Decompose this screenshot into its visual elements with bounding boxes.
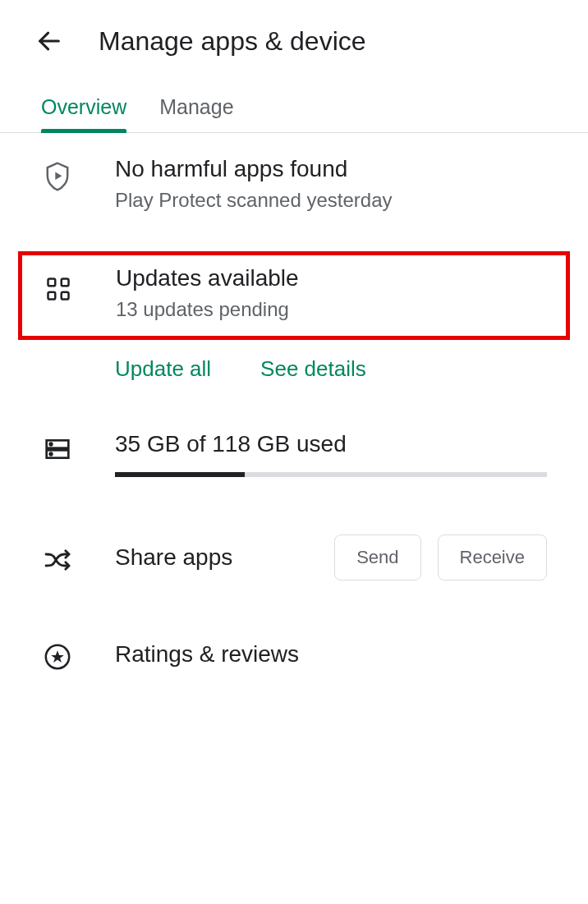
updates-title: Updates available xyxy=(116,265,546,291)
updates-row-highlight: Updates available 13 updates pending xyxy=(18,251,570,340)
updates-subtitle: 13 updates pending xyxy=(116,298,546,321)
star-circle-icon xyxy=(44,643,71,671)
apps-grid-icon xyxy=(46,277,71,301)
updates-actions: Update all See details xyxy=(0,348,588,398)
storage-progress-fill xyxy=(115,472,245,477)
updates-row[interactable]: Updates available 13 updates pending xyxy=(116,265,546,321)
tabs: Overview Manage xyxy=(0,82,588,133)
see-details-button[interactable]: See details xyxy=(260,356,366,382)
storage-row[interactable]: 35 GB of 118 GB used xyxy=(0,398,588,502)
header: Manage apps & device xyxy=(0,0,588,82)
shuffle-icon xyxy=(44,548,71,571)
content: No harmful apps found Play Protect scann… xyxy=(0,133,588,695)
svg-point-8 xyxy=(50,453,53,456)
back-button[interactable] xyxy=(33,25,66,57)
play-protect-row[interactable]: No harmful apps found Play Protect scann… xyxy=(0,133,588,235)
ratings-row[interactable]: Ratings & reviews xyxy=(0,605,588,695)
send-button[interactable]: Send xyxy=(334,535,420,580)
share-apps-row: Share apps Send Receive xyxy=(0,502,588,605)
page-title: Manage apps & device xyxy=(99,26,366,57)
svg-rect-4 xyxy=(62,292,69,300)
svg-rect-3 xyxy=(48,292,56,300)
ratings-title: Ratings & reviews xyxy=(115,641,299,668)
storage-icon xyxy=(44,436,71,462)
tab-manage[interactable]: Manage xyxy=(159,82,233,132)
shield-play-icon xyxy=(44,161,71,192)
storage-progress xyxy=(115,472,547,477)
receive-button[interactable]: Receive xyxy=(438,535,547,580)
svg-rect-2 xyxy=(62,279,69,287)
protect-title: No harmful apps found xyxy=(115,156,547,182)
svg-point-7 xyxy=(50,443,53,446)
share-title: Share apps xyxy=(115,544,293,571)
protect-subtitle: Play Protect scanned yesterday xyxy=(115,189,547,212)
update-all-button[interactable]: Update all xyxy=(115,356,211,382)
svg-rect-1 xyxy=(48,279,56,287)
tab-overview[interactable]: Overview xyxy=(41,82,126,132)
arrow-left-icon xyxy=(35,27,63,55)
storage-title: 35 GB of 118 GB used xyxy=(115,431,547,457)
